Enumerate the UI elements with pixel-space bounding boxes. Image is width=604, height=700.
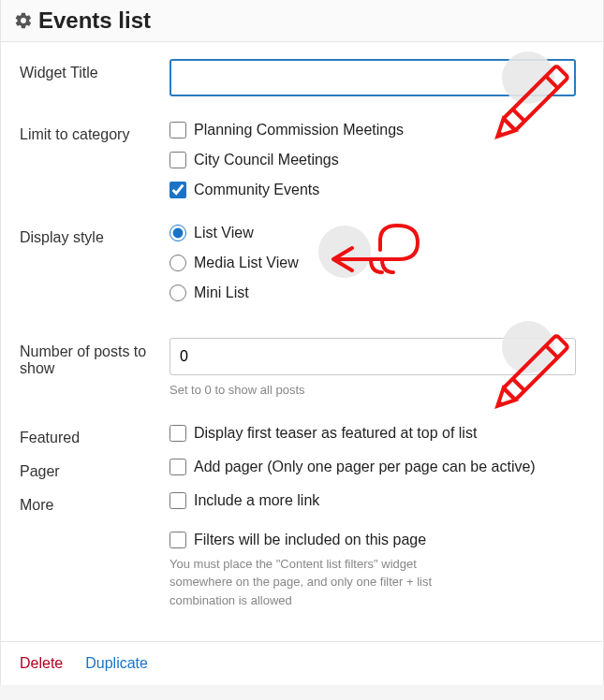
pager-option-label: Add pager (Only one pager per page can b… — [194, 458, 536, 476]
form-body: Widget Title Limit to category — [1, 42, 603, 641]
category-option[interactable]: Planning Commission Meetings — [169, 121, 584, 139]
gear-icon — [14, 11, 33, 30]
display-style-option[interactable]: List View — [169, 224, 584, 242]
widget-title-input[interactable] — [169, 59, 576, 96]
pager-checkbox[interactable] — [169, 459, 186, 475]
more-include-label: Include a more link — [194, 491, 319, 510]
label-widget-title: Widget Title — [20, 59, 169, 81]
more-filters-option[interactable]: Filters will be included on this page — [169, 531, 584, 549]
category-checkbox-council[interactable] — [169, 152, 186, 168]
display-style-radio-list[interactable] — [169, 225, 186, 241]
display-style-label: Mini List — [194, 284, 249, 302]
display-style-radio-mini[interactable] — [169, 284, 186, 301]
more-filters-label: Filters will be included on this page — [194, 531, 426, 549]
category-option-label: City Council Meetings — [194, 151, 339, 169]
svg-line-5 — [513, 109, 525, 122]
featured-checkbox[interactable] — [169, 425, 186, 442]
row-more: More Include a more link Filters will be… — [20, 491, 584, 610]
category-option-label: Community Events — [194, 181, 319, 199]
label-limit-category: Limit to category — [20, 121, 169, 143]
panel-footer: Delete Duplicate — [1, 641, 603, 685]
row-widget-title: Widget Title — [20, 59, 584, 96]
label-pager: Pager — [20, 458, 169, 480]
pager-option[interactable]: Add pager (Only one pager per page can b… — [169, 458, 584, 476]
display-style-label: Media List View — [194, 254, 299, 272]
category-option-label: Planning Commission Meetings — [194, 121, 404, 139]
row-num-posts: Number of posts to show Set to 0 to show… — [20, 338, 584, 400]
label-featured: Featured — [20, 424, 169, 446]
num-posts-help: Set to 0 to show all posts — [169, 381, 584, 400]
display-style-radio-media[interactable] — [169, 255, 186, 271]
category-option[interactable]: Community Events — [169, 181, 584, 199]
svg-marker-11 — [495, 400, 503, 407]
row-display-style: Display style List View Media List View … — [20, 224, 584, 314]
display-style-option[interactable]: Mini List — [169, 284, 584, 302]
category-checkbox-community[interactable] — [169, 182, 186, 198]
duplicate-button[interactable]: Duplicate — [85, 655, 148, 672]
display-style-option[interactable]: Media List View — [169, 254, 584, 272]
featured-option-label: Display first teaser as featured at top … — [194, 424, 477, 443]
display-style-label: List View — [194, 224, 254, 242]
row-pager: Pager Add pager (Only one pager per page… — [20, 458, 584, 480]
category-checkbox-planning[interactable] — [169, 122, 186, 139]
panel-header: Events list — [1, 0, 603, 42]
more-include-checkbox[interactable] — [169, 492, 186, 509]
category-option[interactable]: City Council Meetings — [169, 151, 584, 169]
more-filters-help: You must place the "Content list filters… — [169, 555, 469, 610]
label-num-posts: Number of posts to show — [20, 338, 169, 377]
delete-button[interactable]: Delete — [20, 655, 63, 672]
row-limit-category: Limit to category Planning Commission Me… — [20, 121, 584, 199]
label-more: More — [20, 491, 169, 514]
more-include-option[interactable]: Include a more link — [169, 491, 584, 510]
featured-option[interactable]: Display first teaser as featured at top … — [169, 424, 584, 443]
row-featured: Featured Display first teaser as feature… — [20, 424, 584, 446]
more-filters-checkbox[interactable] — [169, 532, 186, 548]
panel-title: Events list — [38, 7, 151, 34]
widget-settings-panel: Events list Widget Title — [0, 0, 604, 685]
label-display-style: Display style — [20, 224, 169, 246]
num-posts-input[interactable] — [169, 338, 576, 375]
